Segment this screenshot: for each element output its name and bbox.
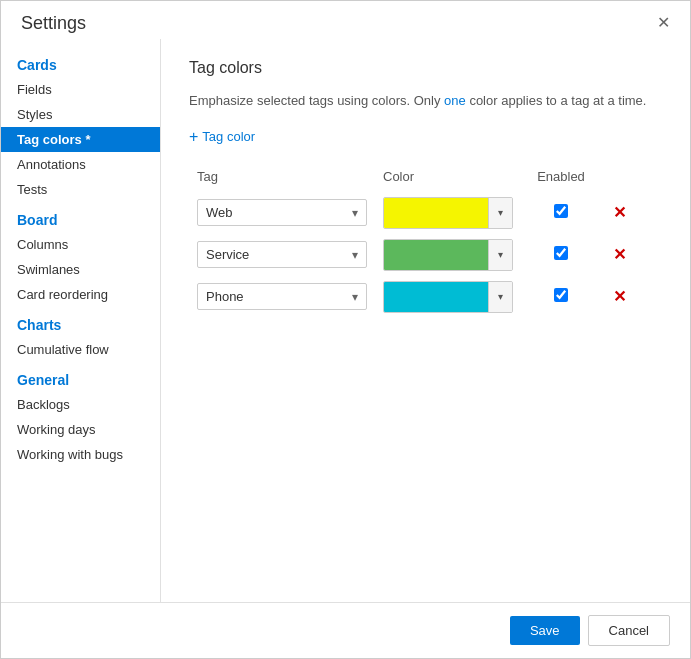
sidebar-section-general: General — [1, 362, 160, 392]
description-highlight: one — [444, 93, 466, 108]
color-arrow-row-web: ▾ — [488, 198, 512, 228]
settings-dialog: Settings ✕ Cards Fields Styles Tag color… — [0, 0, 691, 659]
tag-dropdown-label: Phone — [206, 289, 244, 304]
sidebar-section-charts: Charts — [1, 307, 160, 337]
chevron-down-icon — [352, 247, 358, 262]
sidebar-item-tests[interactable]: Tests — [1, 177, 160, 202]
table-row: Phone ▾ ✕ — [189, 276, 662, 318]
color-cell-row-web: ▾ — [375, 192, 521, 234]
enabled-cell-row-service — [521, 234, 601, 276]
sidebar-item-columns[interactable]: Columns — [1, 232, 160, 257]
col-header-enabled: Enabled — [521, 165, 601, 192]
color-swatch-row-phone — [384, 282, 488, 312]
sidebar-section-board: Board — [1, 202, 160, 232]
sidebar-item-working-with-bugs[interactable]: Working with bugs — [1, 442, 160, 467]
description: Emphasize selected tags using colors. On… — [189, 91, 662, 111]
color-dropdown-row-web[interactable]: ▾ — [383, 197, 513, 229]
color-swatch-row-web — [384, 198, 488, 228]
sidebar-item-card-reordering[interactable]: Card reordering — [1, 282, 160, 307]
table-row: Web ▾ ✕ — [189, 192, 662, 234]
delete-button-row-service[interactable]: ✕ — [609, 243, 630, 266]
color-dropdown-row-service[interactable]: ▾ — [383, 239, 513, 271]
description-prefix: Emphasize selected tags using colors. On… — [189, 93, 444, 108]
tag-dropdown-row-phone[interactable]: Phone — [197, 283, 367, 310]
sidebar-item-cumulative-flow[interactable]: Cumulative flow — [1, 337, 160, 362]
enabled-cell-row-phone — [521, 276, 601, 318]
delete-cell-row-service: ✕ — [601, 234, 662, 276]
color-arrow-row-service: ▾ — [488, 240, 512, 270]
col-header-actions — [601, 165, 662, 192]
color-arrow-row-phone: ▾ — [488, 282, 512, 312]
description-suffix: color applies to a tag at a time. — [466, 93, 647, 108]
tag-cell-row-phone: Phone — [189, 276, 375, 318]
sidebar-item-working-days[interactable]: Working days — [1, 417, 160, 442]
enabled-checkbox-row-web[interactable] — [554, 204, 568, 218]
col-header-tag: Tag — [189, 165, 375, 192]
enabled-checkbox-row-phone[interactable] — [554, 288, 568, 302]
sidebar-item-annotations[interactable]: Annotations — [1, 152, 160, 177]
dialog-footer: Save Cancel — [1, 602, 690, 658]
sidebar-item-tag-colors[interactable]: Tag colors * — [1, 127, 160, 152]
sidebar-item-styles[interactable]: Styles — [1, 102, 160, 127]
cancel-button[interactable]: Cancel — [588, 615, 670, 646]
delete-button-row-web[interactable]: ✕ — [609, 201, 630, 224]
close-button[interactable]: ✕ — [653, 11, 674, 35]
add-tag-button[interactable]: + Tag color — [189, 127, 255, 147]
plus-icon: + — [189, 129, 198, 145]
tag-dropdown-label: Web — [206, 205, 233, 220]
tag-dropdown-row-web[interactable]: Web — [197, 199, 367, 226]
sidebar-section-cards: Cards — [1, 47, 160, 77]
save-button[interactable]: Save — [510, 616, 580, 645]
tag-cell-row-service: Service — [189, 234, 375, 276]
chevron-down-icon — [352, 289, 358, 304]
color-swatch-row-service — [384, 240, 488, 270]
color-cell-row-phone: ▾ — [375, 276, 521, 318]
delete-button-row-phone[interactable]: ✕ — [609, 285, 630, 308]
tag-table: Tag Color Enabled Web ▾ — [189, 165, 662, 318]
color-dropdown-row-phone[interactable]: ▾ — [383, 281, 513, 313]
table-row: Service ▾ ✕ — [189, 234, 662, 276]
sidebar-item-backlogs[interactable]: Backlogs — [1, 392, 160, 417]
sidebar-item-fields[interactable]: Fields — [1, 77, 160, 102]
delete-cell-row-phone: ✕ — [601, 276, 662, 318]
chevron-down-icon — [352, 205, 358, 220]
dialog-body: Cards Fields Styles Tag colors * Annotat… — [1, 39, 690, 602]
add-tag-label: Tag color — [202, 129, 255, 144]
dialog-header: Settings ✕ — [1, 1, 690, 39]
enabled-cell-row-web — [521, 192, 601, 234]
tag-dropdown-label: Service — [206, 247, 249, 262]
col-header-color: Color — [375, 165, 521, 192]
tag-dropdown-row-service[interactable]: Service — [197, 241, 367, 268]
color-cell-row-service: ▾ — [375, 234, 521, 276]
main-content: Tag colors Emphasize selected tags using… — [161, 39, 690, 602]
tag-cell-row-web: Web — [189, 192, 375, 234]
sidebar: Cards Fields Styles Tag colors * Annotat… — [1, 39, 161, 602]
dialog-title: Settings — [21, 13, 86, 34]
delete-cell-row-web: ✕ — [601, 192, 662, 234]
enabled-checkbox-row-service[interactable] — [554, 246, 568, 260]
page-title: Tag colors — [189, 59, 662, 77]
sidebar-item-swimlanes[interactable]: Swimlanes — [1, 257, 160, 282]
